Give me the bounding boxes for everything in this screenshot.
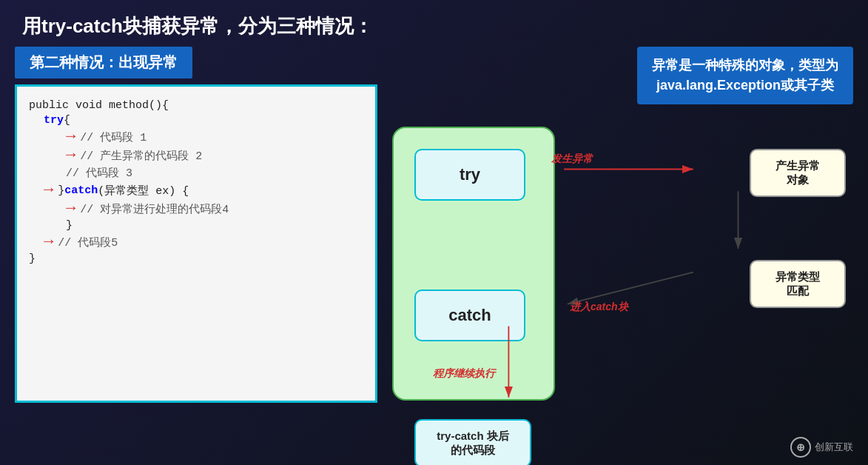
arrow-label-enter-catch: 进入catch块 xyxy=(570,301,628,314)
case-label: 第二种情况：出现异常 xyxy=(15,47,192,78)
right-panel: 异常是一种特殊的对象，类型为 java.lang.Exception或其子类 t… xyxy=(392,47,853,458)
code-line-8: } xyxy=(66,219,363,232)
code-text: } xyxy=(58,184,64,197)
code-text: // 代码段 1 xyxy=(80,130,147,144)
code-line-9: → // 代码段5 xyxy=(44,234,363,250)
arrow-icon-5: → xyxy=(44,234,53,250)
left-panel: 第二种情况：出现异常 public void method(){ try { →… xyxy=(15,47,377,458)
code-text: // 产生异常的代码段 2 xyxy=(80,149,202,163)
code-text: // 对异常进行处理的代码段4 xyxy=(80,202,229,216)
svg-line-4 xyxy=(568,272,693,304)
code-line-5: // 代码段 3 xyxy=(66,166,363,180)
code-line-7: → // 对异常进行处理的代码段4 xyxy=(66,201,363,217)
code-text: } xyxy=(66,219,73,232)
try-keyword: try xyxy=(44,114,64,127)
diagram-area: try catch try-catch 块后的代码段 产生异常对象 xyxy=(392,112,853,458)
type-match-label: 异常类型匹配 xyxy=(776,270,820,298)
code-text: } xyxy=(29,252,36,265)
box-after: try-catch 块后的代码段 xyxy=(414,419,531,465)
watermark-icon: ⊕ xyxy=(790,437,811,458)
arrow-icon-3: → xyxy=(44,182,53,198)
slide: 用try-catch块捕获异常，分为三种情况： 第二种情况：出现异常 publi… xyxy=(0,0,868,465)
arrow-label-continue: 程序继续执行 xyxy=(433,367,495,381)
title-bar: 用try-catch块捕获异常，分为三种情况： xyxy=(0,0,868,47)
code-text: (异常类型 ex) { xyxy=(98,184,189,198)
code-box: public void method(){ try { → // 代码段 1 →… xyxy=(15,84,377,403)
main-content: 第二种情况：出现异常 public void method(){ try { →… xyxy=(0,47,868,465)
exception-obj-label: 产生异常对象 xyxy=(776,159,820,187)
diagram-container: try catch try-catch 块后的代码段 产生异常对象 xyxy=(392,112,853,458)
arrow-icon-2: → xyxy=(66,147,75,164)
catch-label: catch xyxy=(448,306,491,325)
watermark: ⊕ 创新互联 xyxy=(790,437,853,458)
box-type-match: 异常类型匹配 xyxy=(750,260,846,308)
code-text: public void method(){ xyxy=(29,99,169,112)
code-line-1: public void method(){ xyxy=(29,99,363,112)
arrow-icon-4: → xyxy=(66,201,75,217)
box-catch: catch xyxy=(414,290,525,341)
info-box: 异常是一种特殊的对象，类型为 java.lang.Exception或其子类 xyxy=(637,47,853,104)
info-line-2: java.lang.Exception或其子类 xyxy=(652,76,838,96)
box-try: try xyxy=(414,149,525,201)
code-line-10: } xyxy=(29,252,363,265)
code-line-4: → // 产生异常的代码段 2 xyxy=(66,147,363,164)
code-line-6: → } catch (异常类型 ex) { xyxy=(44,182,363,198)
arrow-label-exception: 发生异常 xyxy=(551,153,593,166)
code-line-2: try { xyxy=(44,114,363,127)
info-line-1: 异常是一种特殊的对象，类型为 xyxy=(652,56,838,76)
code-line-3: → // 代码段 1 xyxy=(66,129,363,145)
arrow-icon-1: → xyxy=(66,129,75,145)
watermark-text: 创新互联 xyxy=(815,441,853,454)
catch-keyword: catch xyxy=(64,184,98,197)
after-label: try-catch 块后的代码段 xyxy=(437,429,509,458)
page-title: 用try-catch块捕获异常，分为三种情况： xyxy=(22,15,373,37)
code-text: { xyxy=(64,114,70,127)
code-text: // 代码段5 xyxy=(58,235,118,250)
try-label: try xyxy=(460,165,480,184)
code-text: // 代码段 3 xyxy=(66,166,132,180)
box-exception-obj: 产生异常对象 xyxy=(750,149,846,197)
